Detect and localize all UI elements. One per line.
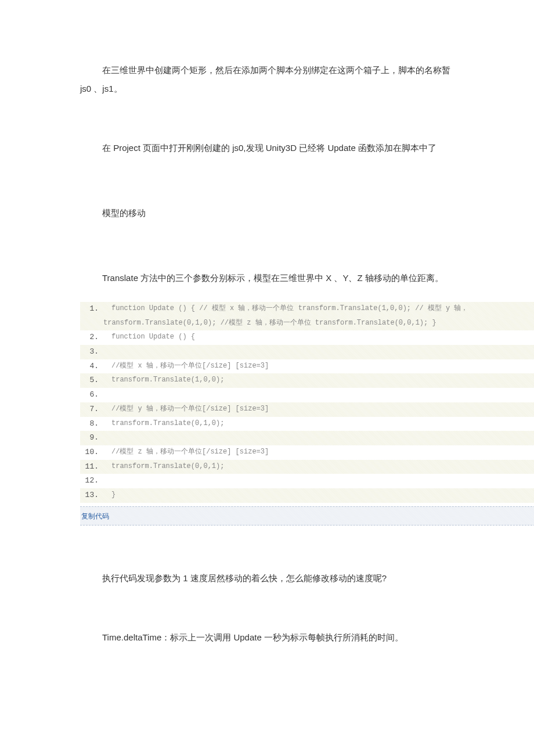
code-line: 1function Update () { // 模型 x 轴，移动一个单位 t… [80,302,534,316]
line-number: 2 [80,330,101,345]
code-line: 9 [80,431,534,445]
section-heading-move: 模型的移动 [0,201,534,225]
line-number: 5 [80,373,101,388]
code-text: transform.Translate(0,0,1); [101,460,534,473]
code-line: 13} [80,488,534,503]
line-number: 3 [80,345,101,359]
paragraph-deltatime: Time.deltaTime：标示上一次调用 Update 一秒为标示每帧执行所… [0,625,534,650]
code-line: 4//模型 x 轴，移动一个单位[/size] [size=3] [80,359,534,374]
code-block: 1function Update () { // 模型 x 轴，移动一个单位 t… [80,302,534,503]
copy-code-link[interactable]: 复制代码 [81,512,109,520]
line-number: 12 [80,474,101,488]
code-text: //模型 z 轴，移动一个单位[/size] [size=3] [101,445,534,459]
line-number: 10 [80,445,101,460]
code-line: 10//模型 z 轴，移动一个单位[/size] [size=3] [80,445,534,460]
code-line: 8transform.Translate(0,1,0); [80,417,534,431]
code-text: //模型 x 轴，移动一个单位[/size] [size=3] [101,359,534,373]
code-text: //模型 y 轴，移动一个单位[/size] [size=3] [101,402,534,416]
line-number: 9 [80,431,101,445]
code-text: function Update () { [101,330,534,344]
code-text: transform.Translate(0,1,0); //模型 z 轴，移动一… [101,316,534,330]
paragraph-translate: Translate 方法中的三个参数分别标示，模型在三维世界中 X 、Y、Z 轴… [0,266,534,290]
line-number: 6 [80,388,101,402]
line-number: 13 [80,488,101,503]
code-line: 2function Update () { [80,330,534,345]
code-line: 12 [80,474,534,488]
code-line: 11transform.Translate(0,0,1); [80,460,534,474]
code-text: function Update () { // 模型 x 轴，移动一个单位 tr… [101,302,534,315]
copy-code-bar: 复制代码 [80,506,534,525]
document-body: 在三维世界中创建两个矩形，然后在添加两个脚本分别绑定在这两个箱子上，脚本的名称暂… [0,58,534,690]
code-text: } [101,488,534,502]
line-number: 11 [80,460,101,474]
line-number: 8 [80,417,101,431]
code-text: transform.Translate(0,1,0); [101,417,534,430]
paragraph-speed: 执行代码发现参数为 1 速度居然移动的着么快，怎么能修改移动的速度呢? [0,566,534,591]
line-number: 7 [80,402,101,417]
paragraph-project: 在 Project 页面中打开刚刚创建的 js0,发现 Unity3D 已经将 … [0,136,534,160]
code-text: transform.Translate(1,0,0); [101,373,534,387]
line-number: 4 [80,359,101,374]
code-line: 6 [80,388,534,402]
code-line: 5transform.Translate(1,0,0); [80,373,534,388]
line-number: 1 [80,302,101,316]
code-line: 3 [80,345,534,359]
code-line: 7//模型 y 轴，移动一个单位[/size] [size=3] [80,402,534,417]
code-line: 0transform.Translate(0,1,0); //模型 z 轴，移动… [80,316,534,331]
